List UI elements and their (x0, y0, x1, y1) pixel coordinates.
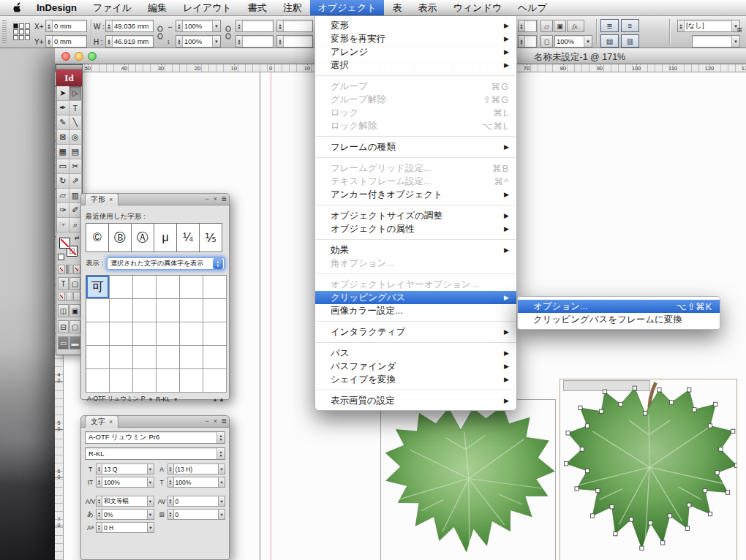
clipping-path-point[interactable] (596, 488, 600, 492)
dropdown-arrow-icon[interactable]: ▼ (212, 36, 220, 47)
dropdown-arrow-icon[interactable]: ▼ (173, 397, 178, 402)
glyph-cell[interactable] (110, 299, 133, 322)
glyph-cell[interactable] (203, 276, 227, 299)
text-wrap-none-button[interactable]: ≣ (600, 19, 619, 32)
clipping-path-point[interactable] (687, 503, 691, 507)
opacity-icon-button[interactable]: ◻ (540, 35, 553, 48)
palette-close-button[interactable]: × (214, 195, 217, 203)
stepper-icon[interactable]: ▲▼ (678, 20, 685, 31)
glyph-cell[interactable] (110, 369, 133, 393)
character-panel-tab[interactable]: 文字 × (85, 415, 118, 428)
menu-item[interactable]: オブジェクトの属性▶ (315, 222, 516, 235)
control-panel-menu-icon[interactable]: ≣ (736, 26, 742, 34)
style-field[interactable]: ▼ (692, 35, 740, 48)
clipping-path-point[interactable] (591, 514, 595, 518)
menu-item[interactable]: クリッピングパスをフレームに変換 (518, 313, 720, 326)
free-transform-tool[interactable]: ▭ (56, 159, 69, 174)
close-button[interactable] (61, 52, 70, 61)
preview-view-button[interactable]: ▬ (69, 336, 80, 349)
menu-item[interactable]: フレームの種類▶ (315, 140, 516, 154)
leading-field[interactable]: A▲▼(13 H)▼ (157, 463, 226, 474)
height-field[interactable]: ▲▼46.919 mm (105, 35, 154, 48)
menu-item[interactable]: クリッピングパス▶ (315, 291, 516, 304)
glyph-display-dropdown[interactable]: 選択された文字の異体字を表示 ▲▼ (107, 257, 225, 270)
menu-item[interactable]: 選択▶ (315, 58, 516, 72)
rotation-field[interactable]: ▲▼ (236, 20, 274, 32)
pencil-tool[interactable]: ✎ (56, 116, 69, 130)
clipping-path-point[interactable] (719, 447, 723, 451)
scale-y-field[interactable]: ▲▼100%▼ (176, 35, 221, 48)
glyph-cell[interactable] (133, 299, 157, 322)
font-family-field[interactable]: A-OTF リュウミン Pr6▲▼ (85, 431, 225, 444)
reference-point[interactable] (13, 35, 18, 40)
reference-point[interactable] (25, 23, 30, 29)
recent-glyph-cell[interactable]: ⅕ (200, 224, 222, 251)
glyphs-panel-tab[interactable]: 字形 × (85, 193, 118, 205)
stepper-icon[interactable]: ▲▼ (216, 448, 225, 459)
baseline-shift-field[interactable]: Aª▲▼0 H▼ (85, 522, 154, 533)
graphic-frame[interactable] (380, 399, 556, 560)
glyph-cell[interactable] (157, 369, 180, 393)
grid-jidori-field[interactable]: ⊞▲▼0▼ (157, 509, 226, 520)
toolbox-button[interactable]: ⊟ (58, 320, 69, 333)
glyph-zoom-in-button[interactable]: ▲ (219, 396, 225, 403)
reference-point[interactable] (13, 23, 18, 29)
rotate-90-field[interactable]: ▲▼ (276, 20, 313, 32)
clipping-path-point[interactable] (661, 541, 665, 545)
stepper-icon[interactable]: ▲▼ (519, 20, 525, 31)
clipping-path-point[interactable] (715, 471, 719, 474)
glyph-cell[interactable] (133, 346, 157, 369)
menu-item[interactable]: パスファインダ▶ (315, 360, 516, 373)
menubar-item[interactable]: オブジェクト (310, 0, 385, 15)
glyph-cell[interactable] (133, 369, 157, 393)
menu-item[interactable]: 表示画質の設定▶ (315, 394, 516, 407)
clipping-path-point[interactable] (731, 429, 735, 433)
clipping-path-point[interactable] (649, 521, 652, 525)
leaf-image[interactable] (381, 401, 555, 560)
clipping-path-point[interactable] (670, 401, 674, 404)
dropdown-arrow-icon[interactable]: ▼ (219, 509, 225, 520)
stepper-icon[interactable]: ▲▼ (106, 36, 113, 47)
clipping-path-point[interactable] (708, 512, 712, 515)
glyph-cell[interactable] (86, 369, 110, 393)
glyph-cell[interactable] (157, 276, 180, 299)
rotate-tool[interactable]: ↻ (56, 174, 69, 189)
normal-view-button[interactable]: ▭ (58, 336, 69, 349)
tab-close-icon[interactable]: × (109, 196, 113, 203)
x-position-field[interactable]: ▲▼0 mm (45, 20, 87, 32)
clipping-path-point[interactable] (629, 518, 633, 521)
stroke-weight-field[interactable]: ▲▼ (518, 20, 537, 32)
stepper-icon[interactable]: ▲▼ (96, 496, 102, 507)
reference-point[interactable] (19, 29, 24, 34)
clipping-path-point[interactable] (614, 531, 617, 535)
stepper-icon[interactable]: ▲▼ (277, 36, 284, 47)
toolbox-button[interactable]: ▢ (69, 320, 80, 333)
glyph-cell[interactable] (157, 346, 180, 369)
glyph-cell[interactable] (180, 346, 203, 369)
clipping-path-point[interactable] (658, 388, 661, 392)
opacity-field[interactable]: 100%▼ (554, 35, 592, 48)
menubar-item[interactable]: 表 (384, 0, 410, 15)
menu-item[interactable]: シェイプを変換▶ (315, 373, 516, 386)
shear-tool[interactable]: ▱ (56, 189, 69, 203)
recent-glyph-cell[interactable]: μ (154, 224, 177, 251)
clipping-path-point[interactable] (687, 388, 691, 392)
dropdown-arrow-icon[interactable]: ▼ (584, 36, 592, 47)
frame-tool[interactable]: ⊠ (56, 130, 69, 145)
palette-flyout-icon[interactable]: ≣ (221, 417, 227, 425)
menu-item[interactable]: 変形を再実行▶ (315, 32, 516, 45)
scissors-tool[interactable]: ✂ (69, 159, 83, 174)
reference-point[interactable] (19, 23, 24, 29)
rectangle-tool[interactable]: ▦ (56, 145, 69, 159)
menu-item[interactable]: 効果▶ (315, 243, 516, 257)
drop-shadow-button[interactable]: ▱ (540, 20, 553, 32)
menu-item[interactable]: 画像カラー設定... (315, 304, 516, 317)
type-tool[interactable]: T (69, 101, 83, 116)
minimize-button[interactable] (75, 52, 83, 61)
clipping-path-point[interactable] (685, 526, 689, 530)
palette-minimize-button[interactable]: − (205, 417, 208, 425)
menubar-item[interactable]: ウィンドウ (445, 0, 510, 15)
clipping-path-point[interactable] (603, 390, 606, 393)
dropdown-arrow-icon[interactable]: ▼ (219, 477, 225, 488)
tracking-field[interactable]: AV▲▼0▼ (157, 496, 226, 507)
